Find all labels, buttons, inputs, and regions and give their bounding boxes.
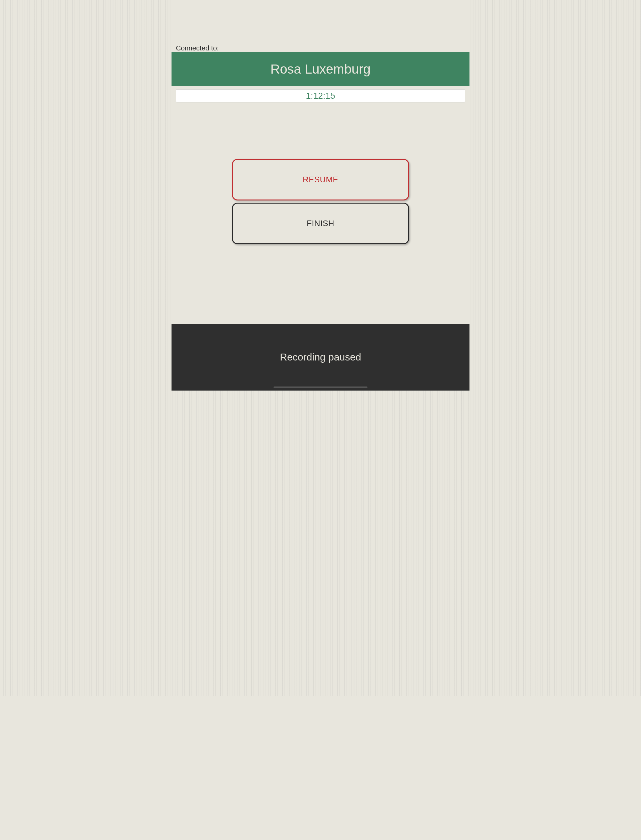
home-indicator[interactable]: [274, 386, 367, 388]
connected-to-label: Connected to:: [176, 44, 219, 52]
recording-status-text: Recording paused: [280, 351, 361, 363]
connected-device-name: Rosa Luxemburg: [172, 52, 469, 86]
finish-button[interactable]: FINISH: [232, 203, 409, 244]
status-bar: Recording paused: [172, 324, 469, 391]
resume-button[interactable]: RESUME: [232, 159, 409, 200]
recording-timer: 1:12:15: [176, 89, 465, 102]
